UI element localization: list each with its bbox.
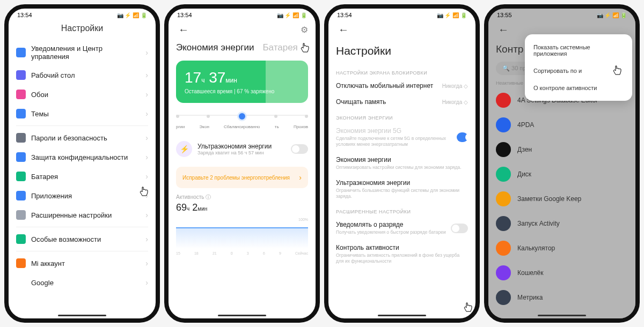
list-item[interactable]: Батарея›: [16, 167, 148, 186]
item-label: Google: [31, 279, 140, 287]
app-label: Диск: [517, 170, 531, 178]
app-icon: [16, 90, 26, 99]
app-label: Запуск Activity: [517, 220, 560, 227]
list-item[interactable]: Пароли и безопасность›: [16, 128, 148, 147]
list-item[interactable]: Обои›: [16, 85, 148, 104]
divider: [16, 251, 148, 251]
battery-subtitle: Оставшееся время | 67 % заряжено: [185, 88, 299, 94]
ultra-saving-row[interactable]: ⚡ Ультраэкономия энергии Заряда хватит н…: [176, 136, 308, 162]
statusbar: 13:55 📷 ⚡ 📶 🔋: [488, 9, 635, 19]
app-item[interactable]: Кошелёк: [496, 261, 628, 285]
mode-slider[interactable]: [176, 112, 308, 121]
ultra-toggle[interactable]: [291, 144, 308, 154]
page-title: Настройки: [16, 19, 148, 40]
app-item[interactable]: Диск: [496, 162, 628, 187]
time: 13:54: [17, 12, 32, 18]
setting-ultra-saving[interactable]: Ультраэкономия энергии Ограничить больши…: [336, 175, 468, 204]
home-indicator[interactable]: [378, 315, 426, 316]
battery-screen: ← ⚙ Экономия энергии Батарея 17ч 37мин О…: [169, 19, 316, 318]
setting-activity-control[interactable]: Контроль активности Ограничивать активно…: [336, 240, 468, 269]
chevron-right-icon: ›: [145, 133, 148, 142]
setting-clear-memory[interactable]: Очищать память Никогда ◇: [336, 94, 468, 110]
app-item[interactable]: Метрика: [496, 285, 628, 310]
settings-gear-icon[interactable]: ⚙: [301, 25, 308, 35]
app-icon: [496, 265, 511, 280]
app-icon: [16, 191, 26, 200]
lightning-icon: ⚡: [176, 141, 192, 157]
list-item[interactable]: Темы›: [16, 104, 148, 123]
tab-energy-saving[interactable]: Экономия энергии: [176, 42, 254, 53]
app-item[interactable]: Запуск Activity: [496, 211, 628, 236]
statusbar: 13:54 📷 ⚡ 📶 🔋: [169, 9, 316, 19]
setting-5g-saving[interactable]: Экономия энергии 5G Сделайте подключение…: [336, 123, 468, 152]
list-item[interactable]: Уведомления и Центр управления›: [16, 40, 148, 65]
status-icons: 📷 ⚡ 📶 🔋: [277, 12, 307, 18]
back-icon[interactable]: ←: [336, 21, 351, 38]
menu-about-activity[interactable]: О контроле активности: [525, 79, 632, 96]
app-icon: [496, 117, 511, 132]
header-row: ← ⚙: [176, 19, 308, 40]
settings-group-2: Пароли и безопасность›Защита конфиденциа…: [16, 128, 148, 225]
item-label: Защита конфиденциальности: [31, 153, 140, 161]
battery-card[interactable]: 17ч 37мин Оставшееся время | 67 % заряже…: [176, 61, 308, 103]
setting-mobile-data[interactable]: Отключать мобильный интернет Никогда ◇: [336, 78, 468, 94]
ultra-title: Ультраэкономия энергии: [197, 143, 286, 150]
app-icon: [496, 167, 511, 182]
item-label: Обои: [31, 91, 140, 99]
setting-energy-saving[interactable]: Экономия энергии Оптимизировать настройк…: [336, 152, 468, 175]
activity-label: Активность ⓘ: [176, 194, 308, 201]
section-lockscreen: НАСТРОЙКИ ЭКРАНА БЛОКИРОВКИ: [336, 65, 468, 78]
status-icons: 📷 ⚡ 📶 🔋: [597, 12, 627, 18]
back-icon[interactable]: ←: [176, 21, 191, 38]
menu-sort-by[interactable]: Сортировать по и: [525, 62, 632, 79]
list-item[interactable]: Приложения›: [16, 186, 148, 205]
app-item[interactable]: Калькулятор: [496, 236, 628, 261]
list-item[interactable]: Особые возможности›: [16, 229, 148, 249]
back-icon[interactable]: ←: [496, 21, 511, 38]
list-item[interactable]: Защита конфиденциальности›: [16, 147, 148, 167]
app-label: Заметки Google Keep: [517, 195, 581, 203]
toggle-5g[interactable]: [457, 132, 468, 142]
time: 13:54: [337, 12, 352, 18]
item-label: Приложения: [31, 192, 140, 200]
chevron-right-icon: ›: [145, 48, 148, 57]
mode-labels: ргииЭконСбалансированнотьПроизв: [176, 124, 308, 129]
home-indicator[interactable]: [218, 315, 266, 316]
list-item[interactable]: Расширенные настройки›: [16, 205, 148, 225]
tab-battery[interactable]: Батарея: [262, 42, 297, 53]
status-icons: 📷 ⚡ 📶 🔋: [437, 12, 467, 18]
app-icon: [496, 290, 511, 305]
time: 13:55: [497, 12, 512, 18]
app-icon: [16, 278, 26, 287]
app-label: 4PDA: [517, 121, 534, 129]
item-label: Расширенные настройки: [31, 211, 140, 219]
home-indicator[interactable]: [58, 315, 106, 316]
toggle-notify[interactable]: [451, 224, 468, 233]
tabs: Экономия энергии Батарея: [176, 40, 308, 61]
app-item[interactable]: 4PDA: [496, 113, 628, 137]
phone-3: 13:54 📷 ⚡ 📶 🔋 ← Настройки НАСТРОЙКИ ЭКРА…: [324, 4, 480, 323]
app-item[interactable]: Заметки Google Keep: [496, 187, 628, 211]
setting-notify-discharge[interactable]: Уведомлять о разряде Получать уведомлени…: [336, 217, 468, 240]
chevron-right-icon: ›: [145, 191, 148, 200]
statusbar: 13:54 📷 ⚡ 📶 🔋: [328, 9, 475, 19]
app-icon: [16, 210, 26, 220]
home-indicator[interactable]: [538, 315, 586, 316]
list-item[interactable]: Google›: [16, 273, 148, 292]
context-menu: Показать системные приложения Сортироват…: [525, 34, 632, 101]
list-item[interactable]: Рабочий стол›: [16, 65, 148, 85]
app-item[interactable]: Дзен: [496, 137, 628, 162]
list-item[interactable]: Mi аккаунт›: [16, 254, 148, 273]
menu-show-system-apps[interactable]: Показать системные приложения: [525, 39, 632, 62]
fix-issues-card[interactable]: Исправьте 2 проблемы энергопотребления ›: [176, 167, 308, 188]
chevron-right-icon: ›: [145, 278, 148, 287]
cursor-hand-icon: [462, 301, 474, 314]
section-advanced: РАСШИРЕННЫЕ НАСТРОЙКИ: [336, 204, 468, 217]
app-icon: [16, 172, 26, 181]
app-icon: [496, 216, 511, 231]
time: 13:54: [177, 12, 192, 18]
phone-2: 13:54 📷 ⚡ 📶 🔋 ← ⚙ Экономия энергии Батар…: [164, 4, 320, 323]
activity-chart[interactable]: 100% 75% 50% 1518210369Сейчас: [176, 218, 308, 255]
app-icon: [16, 70, 26, 80]
app-icon: [16, 258, 26, 268]
